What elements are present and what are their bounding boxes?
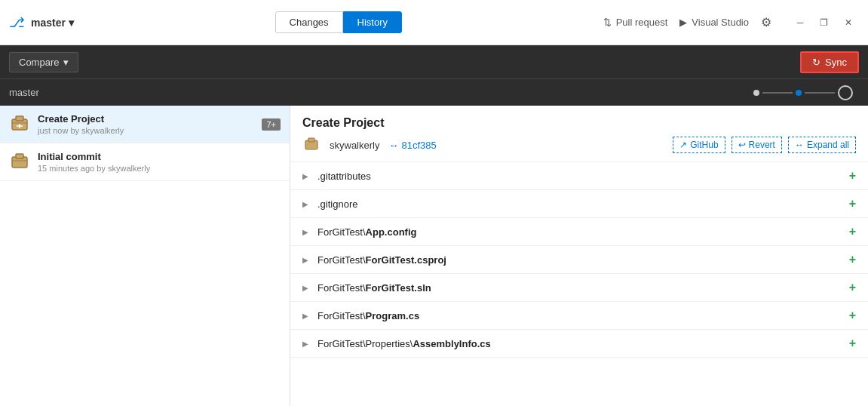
commit-title-create-project: Create Project: [38, 113, 254, 125]
file-name-csproj: ForGitTest\ForGitTest.csproj: [317, 254, 843, 266]
expand-arrow-icon: ▶: [302, 312, 311, 320]
commit-item-initial-commit[interactable]: Initial commit 15 minutes ago by skywalk…: [0, 143, 290, 181]
file-item-gitignore[interactable]: ▶ .gitignore +: [290, 190, 868, 218]
branch-logo-icon: ⎇: [9, 14, 25, 31]
window-controls: ─ ❐ ✕: [790, 12, 859, 33]
main-content: Create Project just now by skywalkerly 7…: [0, 106, 868, 406]
branch-visual: [753, 85, 853, 100]
file-add-icon: +: [849, 225, 856, 238]
svg-rect-9: [308, 138, 314, 142]
svg-rect-1: [16, 116, 23, 121]
branch-name-label: master: [31, 17, 66, 29]
file-item-csproj[interactable]: ▶ ForGitTest\ForGitTest.csproj +: [290, 246, 868, 274]
expand-arrow-icon: ▶: [302, 256, 311, 264]
sync-label: Sync: [825, 57, 847, 68]
expand-arrow-icon: ▶: [302, 200, 311, 208]
commit-hash: ↔ 81cf385: [388, 140, 436, 151]
file-add-icon: +: [849, 281, 856, 294]
expand-all-label: Expand all: [807, 140, 849, 150]
commit-title-initial-commit: Initial commit: [38, 151, 281, 162]
tab-changes[interactable]: Changes: [275, 11, 343, 33]
file-name-gitignore: .gitignore: [317, 198, 843, 210]
file-add-icon: +: [849, 309, 856, 322]
commit-info-initial-commit: Initial commit 15 minutes ago by skywalk…: [38, 151, 281, 173]
svg-rect-6: [16, 154, 23, 158]
file-item-gitattributes[interactable]: ▶ .gitattributes +: [290, 162, 868, 190]
file-add-icon: +: [849, 253, 856, 266]
file-name-program-cs: ForGitTest\Program.cs: [317, 310, 843, 321]
file-add-icon: +: [849, 337, 856, 350]
revert-icon: ↩: [738, 140, 746, 150]
file-add-icon: +: [849, 169, 856, 183]
branch-bar: master: [0, 78, 868, 106]
dot-center: [796, 90, 802, 96]
commit-info-create-project: Create Project just now by skywalkerly: [38, 113, 254, 135]
file-name-sln: ForGitTest\ForGitTest.sln: [317, 282, 843, 294]
file-list: ▶ .gitattributes + ▶ .gitignore + ▶ ForG…: [290, 162, 868, 358]
visual-studio-icon: ▶: [679, 17, 687, 28]
commit-meta-create-project: just now by skywalkerly: [38, 126, 254, 135]
branch-bar-label: master: [9, 87, 753, 98]
commit-meta-initial-commit: 15 minutes ago by skywalkerly: [38, 164, 281, 173]
sync-button[interactable]: ↻ Sync: [800, 51, 859, 73]
detail-title: Create Project: [302, 116, 856, 130]
commit-detail-header: Create Project skywalkerly ↔ 81cf385 ↗ G…: [290, 106, 868, 162]
line-connector-2: [805, 92, 835, 94]
author-icon: [302, 136, 321, 154]
compare-label: Compare: [19, 57, 59, 68]
detail-meta: skywalkerly ↔ 81cf385 ↗ GitHub ↩ Revert: [302, 136, 856, 154]
file-item-program-cs[interactable]: ▶ ForGitTest\Program.cs +: [290, 302, 868, 330]
pull-request-icon: ⇅: [603, 17, 612, 28]
commit-detail: Create Project skywalkerly ↔ 81cf385 ↗ G…: [290, 106, 868, 406]
github-external-icon: ↗: [679, 140, 687, 150]
compare-chevron-icon: ▾: [63, 57, 69, 68]
file-name-app-config: ForGitTest\App.config: [317, 226, 843, 238]
author-name: skywalkerly: [330, 140, 379, 151]
revert-button[interactable]: ↩ Revert: [732, 137, 782, 153]
file-item-assemblyinfo[interactable]: ▶ ForGitTest\Properties\AssemblyInfo.cs …: [290, 330, 868, 358]
expand-arrow-icon: ▶: [302, 228, 311, 236]
toolbar: Compare ▾ ↻ Sync: [0, 45, 868, 78]
titlebar: ⎇ master ▾ Changes History ⇅ Pull reques…: [0, 0, 868, 45]
pull-request-label: Pull request: [616, 17, 668, 28]
pull-request-button[interactable]: ⇅ Pull request: [603, 17, 668, 28]
dot-left: [753, 90, 759, 96]
file-item-sln[interactable]: ▶ ForGitTest\ForGitTest.sln +: [290, 274, 868, 302]
close-button[interactable]: ✕: [838, 12, 859, 33]
hash-value: 81cf385: [401, 140, 436, 151]
branch-chevron-icon: ▾: [69, 17, 74, 29]
line-connector: [762, 92, 793, 94]
tab-group: Changes History: [275, 11, 403, 33]
hash-arrow-icon: ↔: [388, 140, 398, 151]
visual-studio-button[interactable]: ▶ Visual Studio: [679, 17, 749, 28]
file-name-assemblyinfo: ForGitTest\Properties\AssemblyInfo.cs: [317, 338, 843, 349]
restore-button[interactable]: ❐: [814, 12, 835, 33]
branch-selector[interactable]: master ▾: [31, 17, 74, 29]
commit-list: Create Project just now by skywalkerly 7…: [0, 106, 290, 406]
titlebar-right: ⇅ Pull request ▶ Visual Studio ⚙ ─ ❐ ✕: [603, 12, 859, 33]
titlebar-left: ⎇ master ▾: [9, 14, 74, 31]
expand-arrow-icon: ▶: [302, 284, 311, 292]
commit-icon-initial-commit: [9, 151, 30, 172]
tab-history[interactable]: History: [343, 11, 402, 33]
visual-studio-label: Visual Studio: [692, 17, 749, 28]
github-button[interactable]: ↗ GitHub: [673, 137, 725, 153]
sync-icon: ↻: [812, 57, 820, 68]
file-add-icon: +: [849, 197, 856, 211]
settings-icon[interactable]: ⚙: [761, 15, 771, 29]
file-item-app-config[interactable]: ▶ ForGitTest\App.config +: [290, 218, 868, 246]
minimize-button[interactable]: ─: [790, 12, 811, 33]
expand-all-button[interactable]: ↔ Expand all: [788, 137, 856, 153]
detail-actions: ↗ GitHub ↩ Revert ↔ Expand all: [673, 137, 856, 153]
expand-arrow-icon: ▶: [302, 172, 311, 180]
commit-badge-create-project: 7+: [262, 118, 281, 131]
commit-item-create-project[interactable]: Create Project just now by skywalkerly 7…: [0, 106, 290, 143]
expand-all-icon: ↔: [795, 140, 804, 150]
branch-circle-icon: [838, 85, 853, 100]
file-name-gitattributes: .gitattributes: [317, 171, 843, 182]
compare-button[interactable]: Compare ▾: [9, 52, 78, 72]
expand-arrow-icon: ▶: [302, 340, 311, 348]
github-label: GitHub: [690, 140, 718, 150]
revert-label: Revert: [749, 140, 775, 150]
commit-icon-create-project: [9, 113, 30, 134]
